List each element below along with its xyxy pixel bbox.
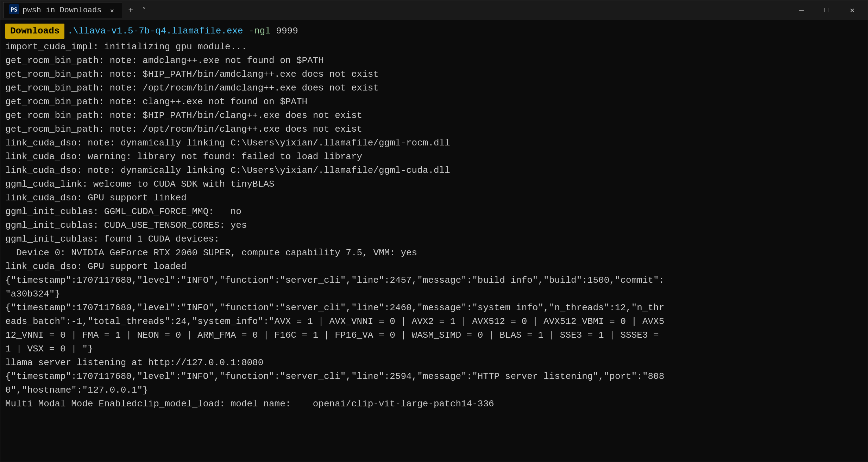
output-line: llama server listening at http://127.0.0… <box>5 356 863 370</box>
output-line: ggml_init_cublas: GGML_CUDA_FORCE_MMQ: n… <box>5 205 863 219</box>
output-line: ggml_init_cublas: CUDA_USE_TENSOR_CORES:… <box>5 219 863 232</box>
output-line: Multi Modal Mode Enabledclip_model_load:… <box>5 397 863 411</box>
output-line: link_cuda_dso: note: dynamically linking… <box>5 136 863 150</box>
output-line: get_rocm_bin_path: note: clang++.exe not… <box>5 95 863 109</box>
output-line: {"timestamp":1707117680,"level":"INFO","… <box>5 370 863 397</box>
output-line: link_cuda_dso: GPU support loaded <box>5 260 863 274</box>
output-line: ggml_cuda_link: welcome to CUDA SDK with… <box>5 177 863 191</box>
output-line: Device 0: NVIDIA GeForce RTX 2060 SUPER,… <box>5 246 863 260</box>
output-line: get_rocm_bin_path: note: $HIP_PATH/bin/a… <box>5 68 863 81</box>
minimize-button[interactable]: — <box>789 0 814 20</box>
output-line: get_rocm_bin_path: note: amdclang++.exe … <box>5 54 863 68</box>
output-container: import_cuda_impl: initializing gpu modul… <box>5 40 863 411</box>
output-line: {"timestamp":1707117680,"level":"INFO","… <box>5 274 863 287</box>
tab-close-button[interactable]: ✕ <box>108 6 116 15</box>
window-controls: — □ ✕ <box>789 0 865 20</box>
prompt-flag: -ngl <box>249 24 270 38</box>
output-line: link_cuda_dso: warning: library not foun… <box>5 150 863 164</box>
output-line: import_cuda_impl: initializing gpu modul… <box>5 40 863 54</box>
title-bar-left: PS pwsh in Downloads ✕ + ˅ <box>3 2 150 18</box>
terminal-output[interactable]: Downloads .\llava-v1.5-7b-q4.llamafile.e… <box>0 20 868 462</box>
output-line: get_rocm_bin_path: note: /opt/rocm/bin/c… <box>5 123 863 136</box>
output-line: get_rocm_bin_path: note: $HIP_PATH/bin/c… <box>5 109 863 123</box>
tab-dropdown-button[interactable]: ˅ <box>138 4 150 17</box>
output-line: "a30b324"} <box>5 287 863 301</box>
output-line: ggml_init_cublas: found 1 CUDA devices: <box>5 232 863 246</box>
output-line: {"timestamp":1707117680,"level":"INFO","… <box>5 301 863 356</box>
prompt-args: 9999 <box>276 24 298 38</box>
title-bar: PS pwsh in Downloads ✕ + ˅ — □ ✕ <box>0 0 868 20</box>
output-line: link_cuda_dso: GPU support linked <box>5 191 863 205</box>
output-line: link_cuda_dso: note: dynamically linking… <box>5 164 863 177</box>
active-tab[interactable]: PS pwsh in Downloads ✕ <box>3 2 122 18</box>
powershell-icon: PS <box>9 4 19 17</box>
tab-label: pwsh in Downloads <box>23 6 101 15</box>
prompt-line: Downloads .\llava-v1.5-7b-q4.llamafile.e… <box>5 24 863 39</box>
new-tab-button[interactable]: + <box>124 3 138 17</box>
prompt-badge: Downloads <box>5 24 64 39</box>
maximize-button[interactable]: □ <box>814 0 839 20</box>
svg-text:PS: PS <box>11 6 17 13</box>
output-line: get_rocm_bin_path: note: /opt/rocm/bin/a… <box>5 81 863 95</box>
close-button[interactable]: ✕ <box>839 0 865 20</box>
terminal-window: PS pwsh in Downloads ✕ + ˅ — □ ✕ Downloa… <box>0 0 868 462</box>
prompt-command: .\llava-v1.5-7b-q4.llamafile.exe <box>67 24 243 38</box>
